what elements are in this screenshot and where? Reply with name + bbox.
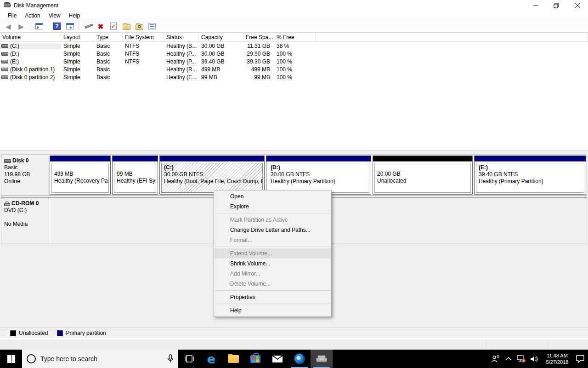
disk0-panel[interactable]: Disk 0 Basic 119.98 GB Online <box>1 155 49 195</box>
restore-button[interactable] <box>546 0 567 11</box>
menubar: File Action View Help <box>0 11 588 20</box>
tray-overflow-button[interactable] <box>503 350 514 368</box>
col-pct-free[interactable]: % Free <box>274 33 316 41</box>
menu-help[interactable]: Help <box>214 305 331 316</box>
network-button[interactable] <box>515 350 527 368</box>
unallocated-swatch <box>10 330 16 336</box>
menu-action[interactable]: Action <box>21 11 44 20</box>
forward-arrow-icon[interactable]: ▶ <box>16 21 27 31</box>
col-file-system[interactable]: File System <box>123 33 164 41</box>
type-value: Basic <box>94 58 123 65</box>
capacity-value: 39.40 GB <box>199 58 243 65</box>
show-action-pane-icon[interactable] <box>64 21 75 31</box>
clock-date: 5/27/2018 <box>542 359 572 365</box>
col-type[interactable]: Type <box>94 33 123 41</box>
menu-properties[interactable]: Properties <box>214 292 331 302</box>
taskbar-search[interactable]: Type here to search <box>22 350 178 368</box>
menu-file[interactable]: File <box>4 11 21 20</box>
menu-explore[interactable]: Explore <box>214 201 331 212</box>
people-button[interactable] <box>490 350 502 368</box>
volume-name: (E:) <box>10 58 19 65</box>
col-layout[interactable]: Layout <box>61 33 94 41</box>
open-folder-icon[interactable]: ↑ <box>121 21 132 31</box>
partition-e[interactable]: (E:) 39.40 GB NTFS Healthy (Primary Part… <box>474 155 586 195</box>
menu-shrink-volume[interactable]: Shrink Volume... <box>214 259 331 269</box>
store-button[interactable] <box>244 350 266 368</box>
volume-row-partition1[interactable]: (Disk 0 partition 1) Simple Basic Health… <box>0 65 588 73</box>
volume-row-partition2[interactable]: (Disk 0 partition 2) Simple Basic Health… <box>0 73 588 81</box>
partition-unallocated[interactable]: 20.00 GB Unallocated <box>373 155 473 195</box>
partition-label: (E:) <box>479 164 582 171</box>
partition-color-bar <box>373 156 472 161</box>
explore-folder-icon[interactable] <box>134 21 145 31</box>
menu-separator <box>215 290 330 291</box>
menu-view[interactable]: View <box>45 11 65 20</box>
properties-list-icon[interactable] <box>147 21 158 31</box>
edge-button[interactable]: e <box>200 350 222 368</box>
volume-row-d[interactable]: (D:) Simple Basic NTFS Healthy (P... 30.… <box>0 50 588 58</box>
menu-separator <box>215 247 330 247</box>
menu-change-drive-letter[interactable]: Change Drive Letter and Paths... <box>214 225 331 235</box>
volume-list: Volume Layout Type File System Status Ca… <box>0 33 588 150</box>
partition-size: 99 MB <box>117 171 153 178</box>
taskbar-clock[interactable]: 11:48 AM 5/27/2018 <box>541 352 573 365</box>
close-button[interactable] <box>567 0 588 11</box>
col-volume[interactable]: Volume <box>0 33 61 41</box>
help-icon[interactable]: ? <box>51 21 62 31</box>
partition-c[interactable]: (C:) 30.00 GB NTFS Healthy (Boot, Page F… <box>159 155 265 195</box>
task-view-button[interactable] <box>178 350 200 368</box>
primary-partition-swatch <box>57 330 63 336</box>
show-console-tree-icon[interactable] <box>34 21 45 31</box>
menu-separator <box>215 304 330 304</box>
chevron-up-icon <box>505 357 512 361</box>
volume-row-c[interactable]: (C:) Simple Basic NTFS Healthy (B... 30.… <box>0 42 588 50</box>
disk0-kind: Basic <box>4 164 47 171</box>
toolbar: ◀ ▶ ? ✖ ✓ ↑ <box>0 20 588 33</box>
partition-size: 39.40 GB NTFS <box>479 171 582 178</box>
status-value: Healthy (R... <box>164 66 199 73</box>
partition-color-bar <box>113 156 158 161</box>
free-space-value: 99 MB <box>243 74 274 80</box>
file-explorer-button[interactable] <box>222 350 244 368</box>
capacity-value: 30.00 GB <box>199 51 243 57</box>
minimize-button[interactable] <box>525 0 546 11</box>
cdrom-icon <box>4 201 10 206</box>
start-button[interactable] <box>0 350 22 368</box>
col-capacity[interactable]: Capacity <box>199 33 243 41</box>
status-value: Healthy (P... <box>164 58 199 65</box>
task-view-icon <box>184 355 194 363</box>
drive-icon <box>1 75 8 79</box>
drive-icon <box>1 60 8 63</box>
pct-free-value: 100 % <box>274 66 316 73</box>
disk-utility-button[interactable] <box>288 350 311 368</box>
col-free-space[interactable]: Free Spa... <box>243 33 274 41</box>
file-explorer-icon <box>228 355 239 363</box>
action-center-button[interactable] <box>574 350 586 368</box>
mail-icon <box>272 355 283 363</box>
status-value: Healthy (E... <box>164 74 199 80</box>
back-arrow-icon[interactable]: ◀ <box>3 21 14 31</box>
toolbar-separator <box>30 22 30 30</box>
offline-tool-icon[interactable] <box>82 21 93 31</box>
menu-open[interactable]: Open <box>214 191 331 201</box>
col-status[interactable]: Status <box>164 33 199 41</box>
partition-efi[interactable]: 99 MB Healthy (EFI Syst <box>112 155 158 195</box>
partition-d[interactable]: (D:) 30.00 GB NTFS Healthy (Primary Part… <box>266 155 371 195</box>
status-bar <box>0 339 588 350</box>
clock-time: 11:48 AM <box>542 352 572 359</box>
layout-value: Simple <box>61 66 94 73</box>
free-space-value: 11.31 GB <box>243 43 274 49</box>
mark-active-check-icon[interactable]: ✓ <box>108 21 119 31</box>
mail-button[interactable] <box>266 350 288 368</box>
cdrom-panel[interactable]: CD-ROM 0 DVD (G:) No Media <box>1 198 49 243</box>
status-value: Healthy (P... <box>164 51 199 57</box>
partition-recovery[interactable]: 499 MB Healthy (Recovery Parti <box>50 155 111 195</box>
volume-button[interactable] <box>528 350 540 368</box>
type-value: Basic <box>94 51 123 57</box>
partition-status: Healthy (Primary Partition) <box>479 178 582 185</box>
disk-management-button[interactable] <box>311 350 333 368</box>
delete-volume-icon[interactable]: ✖ <box>95 21 106 31</box>
volume-row-e[interactable]: (E:) Simple Basic NTFS Healthy (P... 39.… <box>0 58 588 65</box>
menu-help[interactable]: Help <box>65 11 85 20</box>
partition-label: (D:) <box>271 164 367 171</box>
